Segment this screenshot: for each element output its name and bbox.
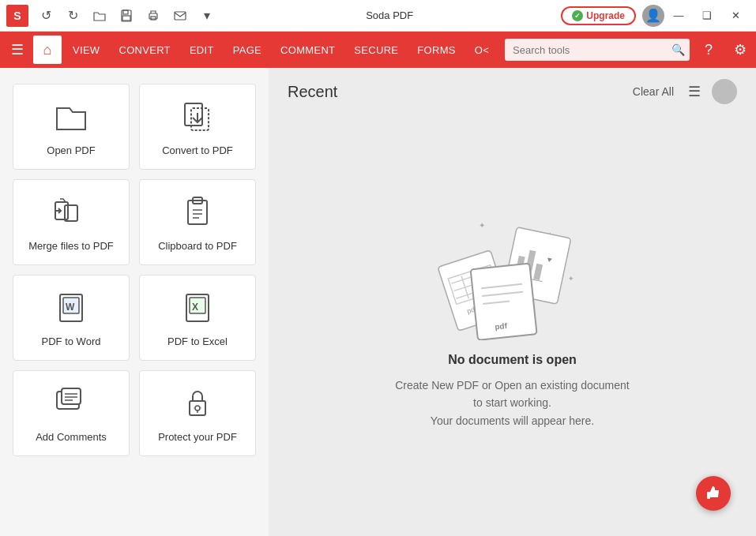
empty-desc-line1: Create New PDF or Open an existing docum… — [395, 379, 629, 392]
action-open-pdf[interactable]: Open PDF — [13, 84, 130, 170]
svg-rect-5 — [175, 12, 186, 20]
empty-state-title: No document is open — [448, 353, 577, 367]
more-button[interactable]: ▾ — [196, 5, 218, 27]
home-icon: ⌂ — [43, 42, 52, 58]
svg-text:✦: ✦ — [568, 275, 574, 283]
ribbon-right: ? ⚙ — [696, 37, 753, 62]
svg-rect-52 — [707, 492, 710, 499]
nav-secure[interactable]: SECURE — [344, 32, 408, 68]
protect-pdf-label: Protect your PDF — [158, 431, 237, 444]
pdf-excel-label: PDF to Excel — [167, 335, 228, 349]
upgrade-button[interactable]: ✓ Upgrade — [561, 6, 636, 25]
undo-button[interactable]: ↺ — [35, 5, 57, 27]
nav-edit[interactable]: EDIT — [180, 32, 224, 68]
left-panel: Open PDF Convert to PDF — [0, 68, 269, 536]
recent-header: Recent Clear All ☰ — [269, 68, 756, 115]
clipboard-pdf-label: Clipboard to PDF — [158, 240, 237, 253]
nav-convert[interactable]: CONVERT — [109, 32, 179, 68]
recent-title: Recent — [288, 83, 633, 101]
maximize-button[interactable]: ❑ — [693, 4, 721, 28]
svg-rect-1 — [123, 10, 128, 14]
close-button[interactable]: ✕ — [721, 4, 750, 28]
add-comments-label: Add Comments — [36, 431, 107, 444]
settings-button[interactable]: ⚙ — [728, 37, 753, 62]
app-title: Soda PDF — [218, 9, 561, 21]
empty-state-desc: Create New PDF or Open an existing docum… — [395, 377, 629, 429]
right-panel: Recent Clear All ☰ ✦ ✦ ✦ ✦ — [269, 68, 756, 536]
action-clipboard-pdf[interactable]: Clipboard to PDF — [139, 179, 256, 265]
action-merge-pdf[interactable]: Merge files to PDF — [13, 179, 130, 265]
ribbon: ☰ ⌂ VIEW CONVERT EDIT PAGE COMMENT SECUR… — [0, 32, 756, 68]
merge-pdf-label: Merge files to PDF — [28, 240, 114, 253]
svg-rect-6 — [185, 103, 202, 126]
action-pdf-excel[interactable]: X PDF to Excel — [139, 275, 256, 361]
svg-text:X: X — [192, 302, 198, 313]
action-pdf-word[interactable]: W PDF to Word — [13, 275, 130, 361]
empty-state: ✦ ✦ ✦ ✦ pdf — [269, 115, 756, 536]
nav-forms[interactable]: FORMS — [408, 32, 465, 68]
open-pdf-icon — [54, 100, 88, 137]
svg-rect-22 — [62, 388, 81, 404]
minimize-button[interactable]: — — [664, 4, 693, 28]
protect-pdf-icon — [180, 387, 215, 423]
nav-more[interactable]: O< — [465, 32, 498, 68]
convert-pdf-label: Convert to PDF — [162, 144, 233, 158]
main-content: Open PDF Convert to PDF — [0, 68, 756, 536]
email-button[interactable] — [169, 5, 191, 27]
merge-pdf-icon — [54, 196, 88, 232]
action-convert-pdf[interactable]: Convert to PDF — [139, 84, 256, 170]
search-button[interactable]: 🔍 — [671, 43, 685, 56]
open-pdf-label: Open PDF — [47, 144, 95, 158]
svg-text:pdf: pdf — [494, 321, 507, 332]
search-bar: 🔍 — [505, 39, 690, 61]
toolbar-actions: ↺ ↻ ▾ — [35, 5, 218, 27]
empty-desc-line2: to start working. — [473, 396, 551, 409]
title-bar-right: ✓ Upgrade 👤 — [561, 5, 664, 27]
svg-rect-2 — [122, 16, 130, 21]
title-bar: S ↺ ↻ ▾ Soda PDF ✓ Upgrade 👤 — ❑ ✕ — [0, 0, 756, 32]
clear-all-button[interactable]: Clear All — [633, 85, 674, 98]
upgrade-check-icon: ✓ — [572, 10, 583, 21]
pdf-word-icon: W — [54, 291, 88, 328]
action-protect-pdf[interactable]: Protect your PDF — [139, 370, 256, 456]
window-controls: — ❑ ✕ — [664, 4, 750, 28]
right-panel-wrapper: Recent Clear All ☰ ✦ ✦ ✦ ✦ — [269, 68, 756, 536]
app-logo: S — [6, 5, 28, 27]
home-button[interactable]: ⌂ — [33, 36, 62, 64]
search-wrapper: 🔍 — [505, 39, 690, 61]
pdf-word-label: PDF to Word — [42, 335, 101, 349]
pdf-excel-icon: X — [180, 291, 215, 328]
nav-page[interactable]: PAGE — [224, 32, 271, 68]
open-button[interactable] — [88, 5, 111, 27]
svg-text:✦: ✦ — [479, 221, 485, 230]
nav-items: VIEW CONVERT EDIT PAGE COMMENT SECURE FO… — [63, 32, 498, 68]
svg-point-27 — [195, 406, 200, 410]
user-circle — [712, 79, 737, 104]
user-icon: 👤 — [645, 8, 661, 23]
empty-illustration: ✦ ✦ ✦ ✦ pdf — [422, 190, 604, 343]
save-button[interactable] — [115, 5, 137, 27]
view-toggle-button[interactable]: ☰ — [683, 81, 705, 103]
svg-text:W: W — [66, 302, 75, 313]
empty-desc-line3: Your documents will appear here. — [431, 414, 594, 427]
search-input[interactable] — [505, 39, 690, 61]
svg-rect-26 — [190, 401, 205, 415]
clipboard-pdf-icon — [180, 196, 215, 232]
avatar[interactable]: 👤 — [642, 5, 664, 27]
add-comments-icon — [54, 387, 88, 423]
nav-view[interactable]: VIEW — [63, 32, 109, 68]
help-button[interactable]: ? — [696, 37, 721, 62]
redo-button[interactable]: ↻ — [62, 5, 84, 27]
print-button[interactable] — [142, 5, 164, 27]
nav-comment[interactable]: COMMENT — [271, 32, 344, 68]
action-add-comments[interactable]: Add Comments — [13, 370, 130, 456]
fab-thumbs-up[interactable] — [696, 476, 731, 511]
hamburger-menu[interactable]: ☰ — [3, 36, 32, 64]
convert-pdf-icon — [180, 100, 215, 137]
